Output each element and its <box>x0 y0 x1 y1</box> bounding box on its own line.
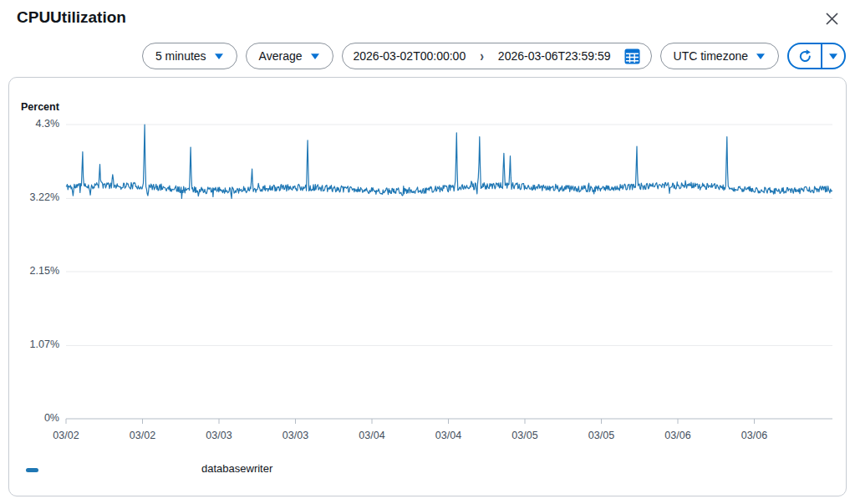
close-icon <box>825 12 839 26</box>
period-dropdown[interactable]: 5 minutes <box>142 43 237 69</box>
x-axis-tick-label: 03/04 <box>346 430 398 441</box>
refresh-options-caret[interactable] <box>821 44 844 68</box>
y-axis-tick-label: 0% <box>14 412 59 425</box>
close-button[interactable] <box>820 7 843 30</box>
y-axis-tick-label: 1.07% <box>14 339 59 351</box>
y-axis-tick-label: 3.22% <box>14 191 59 204</box>
refresh-icon <box>797 48 813 64</box>
series-line-databasewriter <box>66 125 832 198</box>
date-range-separator-icon: › <box>480 48 484 64</box>
date-range-start: 2026-03-02T00:00:00 <box>354 49 466 63</box>
y-axis-tick-label: 2.15% <box>14 265 59 277</box>
y-axis-title: Percent <box>21 101 59 113</box>
caret-down-icon <box>756 53 766 60</box>
x-axis-tick-label: 03/02 <box>40 430 92 441</box>
page-title: CPUUtilization <box>17 8 126 27</box>
statistic-dropdown[interactable]: Average <box>246 43 333 69</box>
x-axis-tick-label: 03/06 <box>652 430 704 441</box>
x-axis-tick-label: 03/06 <box>729 430 781 441</box>
legend-item-databasewriter[interactable]: databasewriter <box>201 462 272 475</box>
timezone-dropdown[interactable]: UTC timezone <box>660 43 779 69</box>
x-axis-tick-label: 03/02 <box>117 430 169 441</box>
caret-down-icon <box>214 53 224 60</box>
y-axis-tick-label: 4.3% <box>14 118 59 130</box>
date-range-picker[interactable]: 2026-03-02T00:00:00 › 2026-03-06T23:59:5… <box>342 43 652 69</box>
timezone-dropdown-label: UTC timezone <box>674 49 748 63</box>
caret-down-icon <box>828 53 838 60</box>
legend-color-dash <box>26 468 38 472</box>
statistic-dropdown-label: Average <box>259 49 303 63</box>
refresh-split-button <box>787 43 846 69</box>
chart-plot-area[interactable] <box>66 125 832 427</box>
caret-down-icon <box>310 53 320 60</box>
period-dropdown-label: 5 minutes <box>155 49 206 63</box>
refresh-button[interactable] <box>789 44 821 68</box>
x-axis-tick-label: 03/04 <box>423 430 475 441</box>
chart-card: Percent databasewriter 4.3%3.22%2.15%1.0… <box>8 77 847 496</box>
x-axis-tick-label: 03/03 <box>270 430 322 441</box>
calendar-icon <box>624 48 640 64</box>
x-axis-tick-label: 03/05 <box>499 430 551 441</box>
toolbar: 5 minutes Average 2026-03-02T00:00:00 › … <box>8 43 846 69</box>
x-axis-tick-label: 03/03 <box>193 430 245 441</box>
x-axis-tick-label: 03/05 <box>576 430 628 441</box>
date-range-end: 2026-03-06T23:59:59 <box>498 49 611 63</box>
